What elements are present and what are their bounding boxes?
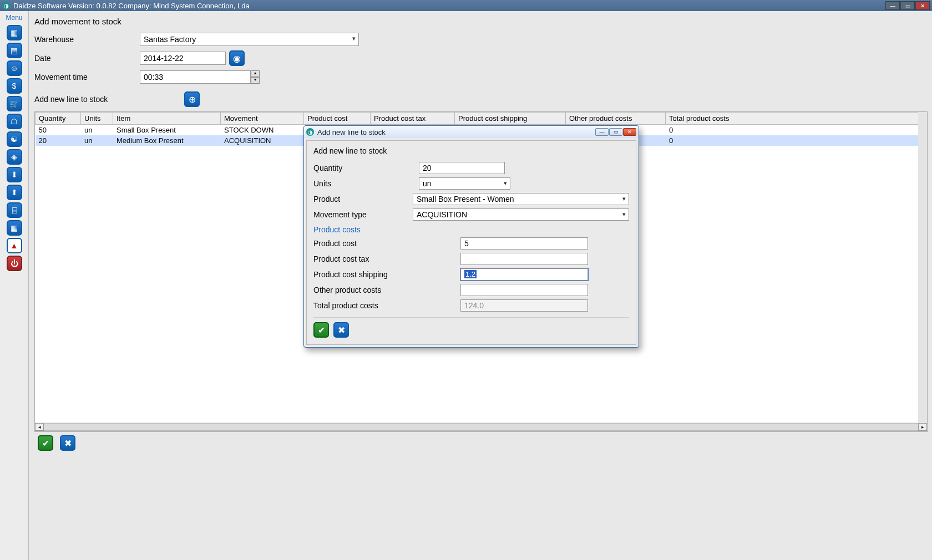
bottom-actions: ✔ ✖ — [34, 435, 928, 451]
window-controls: — ▭ ✕ — [885, 1, 930, 10]
time-spin-down[interactable]: ▼ — [251, 77, 260, 84]
app-icon — [2, 2, 10, 9]
product-cost-tax-input[interactable] — [460, 253, 588, 265]
vertical-scrollbar[interactable] — [918, 112, 927, 431]
sidebar-header: Menu — [6, 12, 22, 24]
add-line-button[interactable]: ⊕ — [184, 91, 200, 107]
sidebar-icon-calculator[interactable]: ▦ — [7, 220, 22, 236]
cancel-button[interactable]: ✖ — [60, 435, 75, 451]
cell-total: 0 — [666, 135, 927, 146]
scroll-left[interactable]: ◂ — [35, 423, 44, 431]
minimize-button[interactable]: — — [885, 1, 900, 10]
date-refresh-button[interactable]: ◉ — [229, 50, 245, 66]
scroll-right[interactable]: ▸ — [918, 423, 927, 431]
quantity-label: Quantity — [313, 164, 419, 172]
product-cost-label: Product cost — [313, 239, 460, 248]
product-cost-input[interactable] — [460, 237, 588, 250]
cell-movement: STOCK DOWN — [221, 125, 304, 136]
dialog-maximize-button[interactable]: ▭ — [609, 128, 622, 136]
cell-total: 0 — [666, 125, 927, 136]
product-costs-section-title: Product costs — [313, 225, 629, 234]
product-label: Product — [313, 195, 413, 203]
cell-qty: 50 — [36, 125, 81, 136]
sidebar-icon-warning[interactable]: ▲ — [7, 238, 22, 253]
th-quantity[interactable]: Quantity — [36, 113, 81, 125]
quantity-input[interactable] — [419, 162, 505, 174]
time-spin-up[interactable]: ▲ — [251, 70, 260, 77]
dialog-app-icon — [306, 128, 314, 136]
movement-type-label: Movement type — [313, 210, 413, 219]
product-select[interactable] — [413, 193, 629, 205]
th-product-cost[interactable]: Product cost — [304, 113, 371, 125]
warehouse-select[interactable] — [140, 33, 359, 46]
sidebar-icon-cart[interactable]: 🛒 — [7, 96, 22, 111]
main-content: Add movement to stock Warehouse Date ◉ M… — [29, 11, 932, 560]
cell-units: un — [81, 135, 113, 146]
dialog-heading: Add new line to stock — [313, 146, 629, 155]
total-product-costs-output — [460, 299, 588, 312]
cell-movement: ACQUISITION — [221, 135, 304, 146]
time-spinner: ▲ ▼ — [251, 70, 260, 84]
dialog-confirm-button[interactable]: ✔ — [313, 322, 329, 338]
cell-item: Small Box Present — [113, 125, 221, 136]
sidebar-icon-globe[interactable]: ☯ — [7, 131, 22, 147]
maximize-button[interactable]: ▭ — [900, 1, 915, 10]
app-title: Daidze Software Version: 0.0.82 Company:… — [13, 2, 885, 10]
dialog-minimize-button[interactable]: — — [595, 128, 609, 136]
page-title: Add movement to stock — [34, 17, 928, 26]
add-line-label: Add new line to stock — [34, 95, 140, 104]
th-units[interactable]: Units — [81, 113, 113, 125]
sidebar-icon-upload[interactable]: ⬆ — [7, 185, 22, 200]
product-cost-shipping-label: Product cost shipping — [313, 270, 460, 279]
product-cost-shipping-input[interactable]: 1.2 — [460, 268, 588, 281]
total-product-costs-label: Total product costs — [313, 301, 460, 310]
sidebar-icon-money[interactable]: $ — [7, 78, 22, 94]
other-product-costs-input[interactable] — [460, 284, 588, 296]
date-input[interactable] — [140, 52, 226, 65]
scroll-track[interactable] — [44, 423, 918, 431]
th-other-product-costs[interactable]: Other product costs — [566, 113, 666, 125]
dialog-close-button[interactable]: ✕ — [623, 128, 636, 136]
cell-qty: 20 — [36, 135, 81, 146]
sidebar-icon-person[interactable]: ☺ — [7, 60, 22, 76]
sidebar-icon-download[interactable]: ⬇ — [7, 167, 22, 182]
sidebar-icon-power[interactable]: ⏻ — [7, 256, 22, 271]
sidebar-icon-db[interactable]: ⌸ — [7, 202, 22, 218]
time-label: Movement time — [34, 73, 140, 82]
app-titlebar: Daidze Software Version: 0.0.82 Company:… — [0, 0, 932, 11]
dialog-titlebar[interactable]: Add new line to stock — ▭ ✕ — [304, 126, 639, 138]
date-label: Date — [34, 54, 140, 63]
confirm-button[interactable]: ✔ — [38, 435, 53, 451]
sidebar-icon-document[interactable]: ▤ — [7, 43, 22, 58]
sidebar: Menu ▦ ▤ ☺ $ 🛒 ☖ ☯ ◈ ⬇ ⬆ ⌸ ▦ ▲ ⏻ — [0, 11, 29, 560]
th-item[interactable]: Item — [113, 113, 221, 125]
th-product-cost-shipping[interactable]: Product cost shipping — [455, 113, 566, 125]
th-movement[interactable]: Movement — [221, 113, 304, 125]
th-total-product-costs[interactable]: Total product costs — [666, 113, 927, 125]
other-product-costs-label: Other product costs — [313, 286, 460, 294]
sidebar-icon-calendar[interactable]: ▦ — [7, 25, 22, 40]
sidebar-icon-tag[interactable]: ◈ — [7, 149, 22, 165]
units-label: Units — [313, 179, 419, 188]
cell-item: Medium Box Present — [113, 135, 221, 146]
th-product-cost-tax[interactable]: Product cost tax — [371, 113, 455, 125]
add-line-dialog: Add new line to stock — ▭ ✕ Add new line… — [303, 125, 639, 348]
time-input[interactable] — [140, 70, 251, 84]
movement-type-select[interactable] — [413, 208, 629, 221]
close-button[interactable]: ✕ — [915, 1, 930, 10]
product-cost-tax-label: Product cost tax — [313, 254, 460, 263]
dialog-title: Add new line to stock — [317, 128, 595, 136]
warehouse-label: Warehouse — [34, 35, 140, 44]
cell-units: un — [81, 125, 113, 136]
dialog-cancel-button[interactable]: ✖ — [333, 322, 349, 338]
horizontal-scrollbar[interactable]: ◂ ▸ — [35, 422, 927, 431]
units-select[interactable] — [419, 177, 510, 190]
sidebar-icon-contacts[interactable]: ☖ — [7, 114, 22, 129]
